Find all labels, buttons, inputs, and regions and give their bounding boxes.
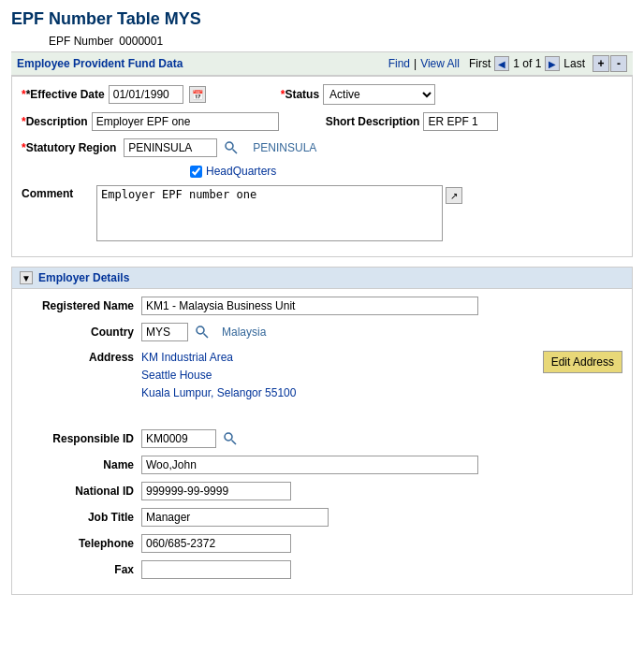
view-all-link[interactable]: View All bbox=[420, 57, 460, 70]
statutory-region-display: PENINSULA bbox=[253, 141, 316, 154]
registered-name-row: Registered Name bbox=[22, 297, 622, 315]
description-label: *Description bbox=[22, 115, 88, 128]
responsible-id-lookup-btn[interactable] bbox=[222, 430, 239, 447]
description-input[interactable] bbox=[92, 112, 279, 131]
main-form-section: **Effective Date 📅 *Status Active Inacti… bbox=[11, 76, 633, 257]
plus-minus-group: + - bbox=[593, 55, 627, 72]
responsible-id-input[interactable] bbox=[141, 429, 216, 448]
prev-nav-btn[interactable]: ◀ bbox=[494, 56, 509, 71]
address-line3: Kuala Lumpur, Selangor 55100 bbox=[141, 384, 296, 402]
statutory-region-row: *Statutory Region PENINSULA bbox=[22, 138, 622, 157]
telephone-input[interactable] bbox=[141, 534, 291, 553]
svg-point-4 bbox=[225, 433, 232, 441]
statutory-region-lookup-btn[interactable] bbox=[223, 139, 240, 156]
toolbar-right: Find | View All First ◀ 1 of 1 ▶ Last + … bbox=[388, 55, 627, 72]
page-title: EPF Number Table MYS bbox=[11, 9, 633, 29]
short-description-group: Short Description bbox=[326, 112, 499, 131]
status-group: *Status Active Inactive bbox=[281, 84, 435, 105]
description-row: *Description Short Description bbox=[22, 112, 622, 131]
country-lookup-icon bbox=[195, 325, 210, 340]
add-row-btn[interactable]: + bbox=[593, 55, 609, 72]
expand-comment-btn[interactable]: ↗ bbox=[446, 187, 462, 204]
address-row: Address KM Industrial Area Seattle House… bbox=[22, 349, 622, 403]
headquarters-row: HeadQuarters bbox=[22, 165, 622, 178]
headquarters-checkbox[interactable] bbox=[190, 166, 202, 178]
name-label: Name bbox=[22, 458, 134, 471]
svg-line-1 bbox=[233, 150, 238, 154]
section-toggle-btn[interactable]: ▼ bbox=[20, 271, 33, 284]
name-row: Name bbox=[22, 456, 622, 474]
headquarters-label: HeadQuarters bbox=[206, 165, 276, 178]
epf-number-label: EPF Number bbox=[49, 35, 113, 48]
job-title-label: Job Title bbox=[22, 511, 134, 524]
country-label: Country bbox=[22, 326, 134, 339]
short-description-label: Short Description bbox=[326, 115, 420, 128]
toolbar-row: Employee Provident Fund Data Find | View… bbox=[11, 51, 633, 76]
find-link[interactable]: Find bbox=[388, 57, 410, 70]
national-id-row: National ID bbox=[22, 482, 622, 500]
job-title-row: Job Title bbox=[22, 508, 622, 527]
page-container: EPF Number Table MYS EPF Number 0000001 … bbox=[0, 0, 644, 666]
fax-label: Fax bbox=[22, 563, 134, 576]
comment-label: Comment bbox=[22, 185, 96, 200]
telephone-row: Telephone bbox=[22, 534, 622, 553]
svg-point-0 bbox=[226, 142, 233, 150]
responsible-id-label: Responsible ID bbox=[22, 432, 134, 445]
svg-point-2 bbox=[197, 326, 204, 334]
employer-details-section: Registered Name Country Malaysia Address… bbox=[11, 289, 633, 595]
status-select[interactable]: Active Inactive bbox=[323, 84, 435, 105]
telephone-label: Telephone bbox=[22, 537, 134, 550]
calendar-icon[interactable]: 📅 bbox=[189, 86, 206, 103]
name-input[interactable] bbox=[141, 456, 478, 474]
epf-number-value: 0000001 bbox=[119, 35, 163, 48]
country-display: Malaysia bbox=[222, 326, 266, 339]
short-description-input[interactable] bbox=[423, 112, 498, 131]
statutory-region-label: *Statutory Region bbox=[22, 141, 116, 154]
address-label: Address bbox=[22, 349, 134, 364]
svg-line-3 bbox=[204, 334, 209, 339]
next-nav-btn[interactable]: ▶ bbox=[545, 56, 560, 71]
fax-row: Fax bbox=[22, 560, 622, 579]
country-lookup-btn[interactable] bbox=[194, 324, 211, 340]
registered-name-label: Registered Name bbox=[22, 299, 134, 312]
epf-number-row: EPF Number 0000001 bbox=[11, 35, 633, 48]
fax-input[interactable] bbox=[141, 560, 291, 579]
country-input[interactable] bbox=[141, 323, 188, 341]
address-line2: Seattle House bbox=[141, 367, 296, 384]
country-row: Country Malaysia bbox=[22, 323, 622, 341]
last-label: Last bbox=[564, 57, 585, 70]
toolbar-section-label: Employee Provident Fund Data bbox=[17, 57, 183, 70]
effective-date-label: **Effective Date bbox=[22, 88, 105, 101]
statutory-region-input[interactable] bbox=[124, 138, 217, 157]
first-label: First bbox=[469, 57, 490, 70]
lookup-icon bbox=[224, 140, 239, 155]
address-text: KM Industrial Area Seattle House Kuala L… bbox=[141, 349, 296, 403]
edit-address-btn[interactable]: Edit Address bbox=[543, 351, 622, 373]
date-status-row: **Effective Date 📅 *Status Active Inacti… bbox=[22, 84, 622, 105]
description-group: *Description bbox=[22, 112, 279, 131]
national-id-label: National ID bbox=[22, 485, 134, 498]
svg-line-5 bbox=[232, 440, 237, 444]
responsible-id-row: Responsible ID bbox=[22, 429, 622, 448]
responsible-lookup-icon bbox=[223, 431, 238, 446]
national-id-input[interactable] bbox=[141, 482, 291, 500]
employer-details-header: ▼ Employer Details bbox=[11, 267, 633, 289]
registered-name-input[interactable] bbox=[141, 297, 478, 315]
employer-details-title: Employer Details bbox=[38, 271, 129, 284]
comment-textarea[interactable] bbox=[96, 185, 443, 241]
effective-date-input[interactable] bbox=[109, 85, 183, 104]
job-title-input[interactable] bbox=[141, 508, 329, 527]
remove-row-btn[interactable]: - bbox=[610, 55, 627, 72]
address-line1: KM Industrial Area bbox=[141, 349, 296, 367]
effective-date-group: **Effective Date 📅 bbox=[22, 85, 206, 104]
status-label: *Status bbox=[281, 88, 319, 101]
nav-info: 1 of 1 bbox=[513, 57, 541, 70]
comment-row: Comment ↗ bbox=[22, 185, 622, 241]
